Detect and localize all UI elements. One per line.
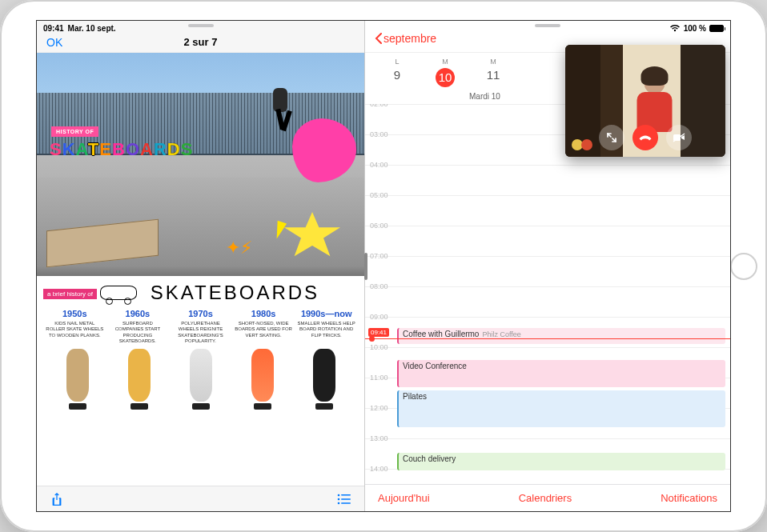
svg-point-4: [338, 502, 340, 504]
facetime-pip[interactable]: [565, 45, 725, 157]
wifi-icon: [669, 24, 681, 32]
hour-row: 04:00: [365, 165, 730, 195]
hour-label: 05:00: [370, 191, 388, 199]
hour-label: 09:00: [370, 313, 388, 321]
facetime-controls: [565, 125, 725, 150]
hour-row: 06:00: [365, 226, 730, 256]
calendar-toolbar: Aujourd'hui Calendriers Notifications: [365, 484, 730, 511]
hour-label: 14:00: [370, 465, 388, 473]
calendar-event[interactable]: Couch delivery: [397, 453, 725, 470]
chevron-left-icon: [375, 33, 382, 44]
photo-viewport[interactable]: ✦⚡︎ HISTORY OF SKATEBOARDS: [37, 53, 364, 277]
list-button[interactable]: [335, 490, 353, 508]
hour-row: 08:00: [365, 286, 730, 317]
infographic-area: a brief history of SKATEBOARDS 1950sKIDS…: [37, 277, 364, 486]
hour-label: 11:00: [370, 374, 388, 382]
history-of-tag: HISTORY OF: [51, 126, 98, 137]
hour-label: 13:00: [370, 434, 388, 442]
skateboard-outline-icon: [100, 286, 137, 300]
hour-label: 06:00: [370, 222, 388, 230]
hour-label: 04:00: [370, 161, 388, 169]
board-4: [251, 349, 274, 402]
board-1: [66, 349, 89, 402]
fullscreen-icon: [606, 132, 617, 143]
today-button[interactable]: Aujourd'hui: [378, 492, 430, 504]
status-time: 09:41: [43, 24, 64, 33]
photos-app-pane: OK 2 sur 7 ✦⚡︎ HISTORY OF SKATEBOARDS a …: [37, 21, 365, 511]
current-time-badge: 09:41: [368, 328, 389, 337]
hour-label: 10:00: [370, 343, 388, 351]
calendar-event[interactable]: Pilates: [397, 390, 725, 427]
share-button[interactable]: [48, 490, 66, 508]
screen: 09:41 Mar. 10 sept. 100 % OK 2 sur 7: [36, 20, 731, 512]
calendars-button[interactable]: Calendriers: [519, 492, 572, 504]
calendar-event[interactable]: Coffee with GuillermoPhilz Coffee: [397, 328, 725, 344]
board-thumbs: [43, 349, 358, 402]
hour-label: 02:00: [370, 104, 388, 108]
hang-up-icon: [638, 134, 653, 142]
battery-icon: [709, 25, 724, 32]
status-date: Mar. 10 sept.: [68, 24, 116, 33]
hour-row: 05:00: [365, 195, 730, 226]
hour-label: 03:00: [370, 130, 388, 138]
day-9[interactable]: L9: [373, 58, 421, 87]
skateboards-lettering: SKATEBOARDS: [50, 139, 193, 160]
home-button[interactable]: [730, 253, 757, 280]
status-bar: 09:41 Mar. 10 sept. 100 %: [37, 21, 730, 34]
board-5: [313, 349, 335, 402]
photos-toolbar: [37, 486, 364, 511]
svg-rect-3: [341, 498, 351, 500]
hour-row: 14:00: [365, 469, 730, 484]
split-view-handle[interactable]: [364, 253, 367, 280]
decades-row: 1950sKIDS NAIL METAL ROLLER SKATE WHEELS…: [43, 309, 358, 344]
brief-history-tag: a brief history of: [43, 289, 97, 299]
hour-row: 07:00: [365, 256, 730, 286]
calendar-app-pane: septembre L9 M10 M11 Mardi 10 02:0003:00…: [365, 21, 730, 511]
day-10-today[interactable]: M10: [421, 58, 469, 87]
board-3: [190, 349, 212, 402]
fullscreen-button[interactable]: [599, 125, 624, 150]
svg-rect-1: [341, 494, 351, 496]
hour-label: 12:00: [370, 404, 388, 412]
back-to-month-button[interactable]: septembre: [375, 32, 721, 45]
ipad-device: 09:41 Mar. 10 sept. 100 % OK 2 sur 7: [0, 0, 767, 532]
current-time-indicator: 09:41: [365, 338, 730, 339]
hour-label: 07:00: [370, 252, 388, 260]
calendar-event[interactable]: Video Conference: [397, 360, 725, 387]
infographic-title: SKATEBOARDS: [151, 282, 319, 303]
svg-point-0: [338, 494, 340, 496]
board-2: [128, 349, 151, 402]
battery-percent: 100 %: [684, 24, 706, 33]
photo-counter: 2 sur 7: [37, 36, 364, 48]
hours-grid[interactable]: 02:0003:0004:0005:0006:0007:0008:0009:00…: [365, 104, 730, 484]
day-11[interactable]: M11: [469, 58, 517, 87]
camera-off-button[interactable]: [666, 125, 692, 150]
hang-up-button[interactable]: [632, 125, 658, 150]
notifications-button[interactable]: Notifications: [661, 492, 717, 504]
svg-rect-5: [341, 502, 351, 504]
ok-button[interactable]: OK: [46, 36, 62, 49]
hour-label: 08:00: [370, 282, 388, 290]
camera-off-icon: [673, 133, 685, 142]
svg-point-2: [338, 498, 340, 500]
